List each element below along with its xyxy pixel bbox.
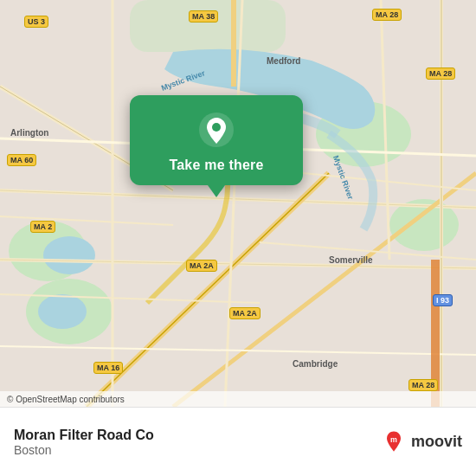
badge-ma2: MA 2 [30,221,55,233]
badge-ma28-top-right: MA 28 [372,9,402,21]
label-cambridge: Cambridge [293,359,338,369]
map-svg [0,0,476,407]
location-info: Moran Filter Road Co Boston [14,428,380,457]
badge-ma60: MA 60 [7,154,36,166]
location-city: Boston [14,443,380,457]
badge-ma28-right1: MA 28 [426,68,455,80]
badge-ma38: MA 38 [189,10,218,23]
badge-ma28-bottom: MA 28 [408,379,438,391]
badge-ma2a-2: MA 2A [229,307,261,319]
map-attribution: © OpenStreetMap contributors [0,391,476,407]
svg-point-7 [38,294,87,329]
moovit-logo: m moovit [380,428,462,456]
label-medford: Medford [267,56,300,66]
svg-point-31 [212,123,221,132]
badge-ma16: MA 16 [93,362,123,374]
label-arlington: Arlington [10,128,48,138]
svg-point-6 [43,236,95,274]
moovit-logo-icon: m [380,428,408,456]
badge-ma2a-1: MA 2A [186,260,217,272]
location-name: Moran Filter Road Co [14,428,380,443]
moovit-text: moovit [411,433,462,451]
location-pin-icon [197,111,235,149]
svg-rect-5 [130,0,286,52]
popup-card[interactable]: Take me there [130,95,303,185]
badge-us3: US 3 [24,16,48,28]
popup-label: Take me there [169,158,263,173]
svg-text:m: m [390,435,397,444]
badge-i93: I 93 [433,294,453,306]
map-container: US 3 MA 38 MA 28 MA 28 MA 60 MA 2 MA 2A … [0,0,476,407]
label-somerville: Somerville [329,255,373,265]
bottom-bar: Moran Filter Road Co Boston m moovit [0,407,476,476]
